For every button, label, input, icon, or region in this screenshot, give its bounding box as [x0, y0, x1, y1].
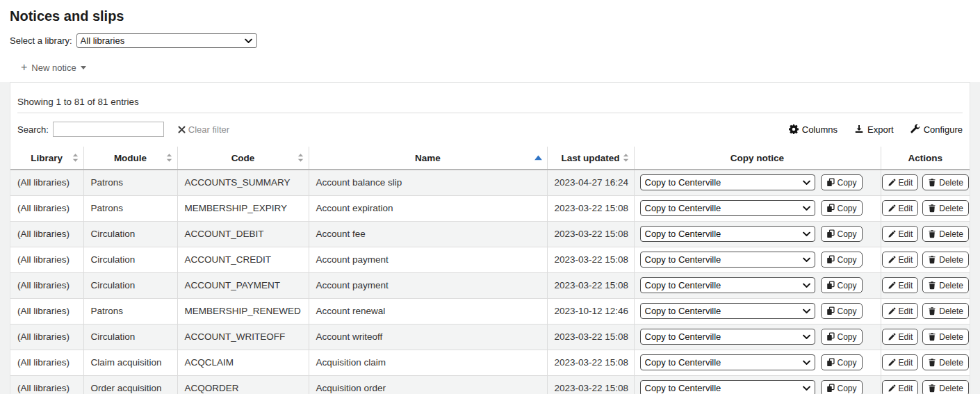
trash-icon: [928, 229, 936, 238]
library-select[interactable]: All libraries: [76, 33, 257, 48]
copy-button[interactable]: Copy: [821, 277, 863, 293]
search-input[interactable]: [53, 122, 164, 137]
edit-button[interactable]: Edit: [882, 200, 919, 216]
cell-library: (All libraries): [10, 272, 83, 298]
download-icon: [854, 124, 864, 134]
delete-button[interactable]: Delete: [922, 380, 969, 394]
cell-name: Account renewal: [309, 298, 547, 324]
edit-button[interactable]: Edit: [882, 174, 919, 190]
cell-name: Account fee: [309, 221, 547, 247]
copy-button[interactable]: Copy: [821, 200, 863, 216]
configure-label: Configure: [924, 124, 963, 135]
table-tools: Columns Export Configure: [789, 124, 963, 135]
delete-button-label: Delete: [939, 358, 963, 368]
copy-to-library-select[interactable]: Copy to Centerville: [640, 252, 815, 268]
column-header[interactable]: Last updated: [547, 147, 634, 170]
delete-button[interactable]: Delete: [922, 354, 969, 370]
copy-button[interactable]: Copy: [821, 380, 863, 394]
cell-last-updated: 2023-03-22 15:08: [547, 195, 634, 221]
copy-button[interactable]: Copy: [821, 226, 863, 242]
delete-button[interactable]: Delete: [922, 329, 969, 345]
delete-button[interactable]: Delete: [922, 226, 969, 242]
new-notice-button[interactable]: + New notice: [21, 63, 86, 73]
cell-library: (All libraries): [10, 375, 83, 394]
delete-button-label: Delete: [939, 281, 963, 290]
cell-library: (All libraries): [10, 324, 83, 350]
column-header[interactable]: Name: [309, 147, 547, 170]
pencil-icon: [888, 384, 896, 393]
edit-button[interactable]: Edit: [882, 226, 919, 242]
column-header[interactable]: Actions: [881, 147, 970, 170]
pencil-icon: [888, 256, 896, 264]
clear-filter-button[interactable]: Clear filter: [178, 124, 229, 135]
library-select-wrap: All libraries: [76, 33, 257, 48]
delete-button[interactable]: Delete: [922, 200, 969, 216]
cell-name: Account payment: [309, 247, 547, 272]
copy-button[interactable]: Copy: [821, 303, 863, 319]
column-header[interactable]: Library: [10, 147, 83, 170]
search-label: Search:: [17, 124, 49, 135]
copy-button[interactable]: Copy: [821, 174, 863, 190]
cell-last-updated: 2023-03-22 15:08: [547, 350, 634, 375]
edit-button[interactable]: Edit: [882, 303, 919, 319]
cell-last-updated: 2023-03-22 15:08: [547, 247, 634, 272]
cell-code: MEMBERSHIP_RENEWED: [177, 298, 309, 324]
cell-library: (All libraries): [10, 350, 83, 375]
edit-button-label: Edit: [899, 332, 913, 342]
cell-module: Patrons: [83, 170, 177, 195]
cell-name: Acquisition order: [309, 375, 547, 394]
delete-button-label: Delete: [939, 332, 963, 342]
cell-actions: Edit Delete: [881, 247, 970, 272]
delete-button-label: Delete: [939, 229, 963, 239]
page-body: Showing 1 to 81 of 81 entries Search: Cl…: [0, 82, 980, 394]
copy-to-library-select[interactable]: Copy to Centerville: [640, 226, 815, 242]
delete-button[interactable]: Delete: [922, 277, 969, 293]
table-row: (All libraries) Circulation ACCOUNT_DEBI…: [10, 221, 970, 247]
delete-button-label: Delete: [939, 384, 963, 393]
delete-button[interactable]: Delete: [922, 303, 969, 319]
copy-to-library-select[interactable]: Copy to Centerville: [640, 303, 815, 319]
copy-to-library-select[interactable]: Copy to Centerville: [640, 174, 815, 190]
copy-button[interactable]: Copy: [821, 354, 863, 370]
configure-button[interactable]: Configure: [910, 124, 963, 135]
clear-filter-label: Clear filter: [188, 124, 229, 135]
edit-button[interactable]: Edit: [882, 329, 919, 345]
table-row: (All libraries) Patrons MEMBERSHIP_RENEW…: [10, 298, 970, 324]
trash-icon: [928, 255, 936, 264]
copy-to-library-select[interactable]: Copy to Centerville: [640, 354, 815, 370]
x-icon: [178, 126, 186, 133]
copy-to-library-select[interactable]: Copy to Centerville: [640, 380, 815, 394]
pencil-icon: [888, 179, 896, 187]
edit-button[interactable]: Edit: [882, 380, 919, 394]
copy-to-library-select[interactable]: Copy to Centerville: [640, 329, 815, 345]
column-header[interactable]: Code: [177, 147, 309, 170]
table-row: (All libraries) Circulation ACCOUNT_PAYM…: [10, 272, 970, 298]
edit-button-label: Edit: [899, 306, 913, 316]
cell-module: Claim acquisition: [83, 350, 177, 375]
copy-to-library-select[interactable]: Copy to Centerville: [640, 200, 815, 216]
copy-icon: [826, 229, 835, 238]
edit-button[interactable]: Edit: [882, 252, 919, 268]
cell-copy-notice: Copy to Centerville Copy: [634, 195, 881, 221]
edit-button[interactable]: Edit: [882, 354, 919, 370]
cell-copy-notice: Copy to Centerville Copy: [634, 247, 881, 272]
cell-copy-notice: Copy to Centerville Copy: [634, 298, 881, 324]
cell-actions: Edit Delete: [881, 170, 970, 195]
export-button[interactable]: Export: [854, 124, 894, 135]
cell-module: Circulation: [83, 324, 177, 350]
delete-button[interactable]: Delete: [922, 174, 969, 190]
trash-icon: [928, 358, 936, 367]
delete-button[interactable]: Delete: [922, 252, 969, 268]
sort-icon: [297, 154, 304, 162]
column-header[interactable]: Copy notice: [634, 147, 881, 170]
columns-button[interactable]: Columns: [789, 124, 838, 135]
copy-button[interactable]: Copy: [821, 252, 863, 268]
columns-label: Columns: [802, 124, 838, 135]
edit-button[interactable]: Edit: [882, 277, 919, 293]
cell-copy-notice: Copy to Centerville Copy: [634, 221, 881, 247]
copy-to-library-select[interactable]: Copy to Centerville: [640, 277, 815, 293]
copy-button[interactable]: Copy: [821, 329, 863, 345]
column-header[interactable]: Module: [83, 147, 177, 170]
edit-button-label: Edit: [899, 229, 913, 239]
edit-button-label: Edit: [899, 178, 913, 188]
